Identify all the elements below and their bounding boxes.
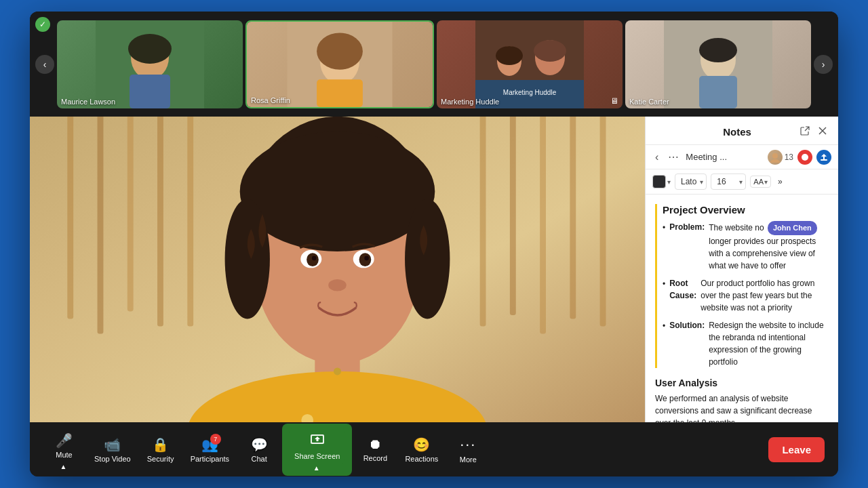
status-indicator: ✓ [35,17,50,32]
more-button[interactable]: ··· More [448,432,488,468]
font-chevron: ▾ [700,178,703,186]
notes-panel: Notes [645,117,838,422]
svg-rect-25 [187,117,193,327]
reactions-label: Reactions [405,455,438,463]
svg-text:Marketing Huddle: Marketing Huddle [503,89,557,96]
analysis-text: We performed an analysis of website conv… [655,392,829,423]
svg-rect-26 [480,117,486,327]
svg-point-43 [364,256,369,261]
record-icon: ⏺ [368,436,382,452]
chat-button[interactable]: 💬 Chat [239,432,279,467]
back-button[interactable]: ‹ [652,150,661,165]
participant-thumbnails: Maurice Lawson Rosa Griffin [57,20,811,108]
bullet-text-1: The website no John Chen longer provides… [709,221,829,272]
svg-rect-23 [127,117,134,311]
leave-button[interactable]: Leave [768,437,825,462]
participants-count: 13 [768,150,793,165]
svg-rect-21 [67,117,73,319]
stop-video-icon: 📹 [104,436,121,453]
security-icon: 🔒 [152,436,169,453]
thumb-label-2: Rosa Griffin [251,96,290,104]
bullet-item-1: Problem: The website no John Chen longer… [663,221,829,272]
action-buttons [797,150,831,165]
share-screen-item: Share Screen ▲ [282,424,352,476]
participants-button[interactable]: 👥 7 Participants [184,432,236,467]
thumbnail-3[interactable]: Marketing Huddle Marketing Huddle 🖥 [437,20,623,108]
svg-rect-7 [317,79,363,107]
svg-point-52 [770,159,780,163]
font-family-select[interactable]: Lato [678,176,699,188]
participants-badge: 7 [210,434,221,445]
project-overview-heading: Project Overview [663,204,829,216]
security-label: Security [147,455,174,463]
font-size-select[interactable]: 16 [714,176,738,188]
color-swatch[interactable] [652,175,666,188]
record-dot [802,154,808,161]
thumb-label-4: Katie Carter [629,98,669,106]
notes-header-actions [799,125,829,139]
app-window: ✓ ‹ Maurice Lawson [30,12,838,476]
close-notes-button[interactable] [816,125,829,139]
notes-header: Notes [646,117,838,145]
svg-point-12 [534,40,566,62]
chat-label: Chat [251,455,267,463]
stop-video-label: Stop Video [94,455,131,463]
svg-rect-24 [157,117,163,327]
thumbnail-2[interactable]: Rosa Griffin [245,20,434,108]
notes-content[interactable]: Project Overview Problem: The website no… [646,195,838,422]
expand-format-button[interactable]: » [775,176,785,188]
next-arrow[interactable]: › [814,55,833,74]
thumb-label-1: Maurice Lawson [61,98,115,106]
bullet-label-1: Problem: [669,221,705,272]
svg-point-10 [496,46,523,65]
mute-button[interactable]: 🎤 Mute [50,428,78,463]
record-label: Record [363,454,387,462]
color-chevron: ▾ [667,178,671,186]
thumbnail-bar: ✓ ‹ Maurice Lawson [30,12,838,117]
share-screen-arrow[interactable]: ▲ [313,464,320,472]
svg-rect-22 [98,117,104,334]
bullet-text-3: Redesign the website to include the rebr… [709,319,829,368]
share-button-small[interactable] [816,150,831,165]
meeting-toolbar: ‹ ⋯ Meeting ... 13 [646,145,838,169]
thumbnail-1[interactable]: Maurice Lawson [57,20,243,108]
bullet-label-2: Root Cause: [669,277,696,314]
format-toolbar: ▾ Lato ▾ 16 ▾ AA ▾ » [646,169,838,195]
svg-point-6 [317,33,363,69]
share-screen-icon [310,432,325,450]
more-label: More [460,455,477,464]
thumb-bg-3: Marketing Huddle [437,20,623,108]
mute-icon: 🎤 [56,432,73,449]
mute-label: Mute [56,451,72,459]
bullet-text-2: Our product portfolio has grown over the… [701,277,829,314]
reactions-icon: 😊 [413,436,430,453]
svg-point-17 [699,38,737,62]
mute-arrow[interactable]: ▲ [60,463,67,470]
svg-point-45 [334,367,341,375]
user-analysis-section: User Analysis We performed an analysis o… [655,378,829,423]
record-button[interactable]: ⏺ Record [355,432,395,466]
external-link-button[interactable] [799,125,811,139]
bullet-item-3: Solution: Redesign the website to includ… [663,319,829,368]
thumbnail-4[interactable]: Katie Carter [625,20,811,108]
svg-rect-3 [130,75,170,108]
bullet-item-2: Root Cause: Our product portfolio has gr… [663,277,829,314]
chat-icon: 💬 [251,436,268,453]
svg-rect-28 [540,117,546,334]
more-options-button[interactable]: ⋯ [665,149,682,165]
share-screen-button[interactable]: Share Screen [289,428,345,464]
aa-chevron: ▾ [764,178,768,186]
thumb-label-3: Marketing Huddle [441,98,499,106]
reactions-button[interactable]: 😊 Reactions [398,432,445,467]
bullet-list: Problem: The website no John Chen longer… [663,221,829,368]
share-screen-label: Share Screen [294,452,340,460]
record-button-small[interactable] [797,150,812,165]
svg-point-44 [328,279,347,291]
participants-icon: 👥 7 [201,436,218,453]
toolbar-items: 🎤 Mute ▲ 📹 Stop Video 🔒 Security 👥 7 [43,424,768,476]
thumb-icon-3: 🖥 [610,96,618,106]
stop-video-button[interactable]: 📹 Stop Video [87,432,138,467]
prev-arrow[interactable]: ‹ [35,55,54,74]
participant-count-badge: 13 [785,152,793,162]
security-button[interactable]: 🔒 Security [140,432,181,467]
